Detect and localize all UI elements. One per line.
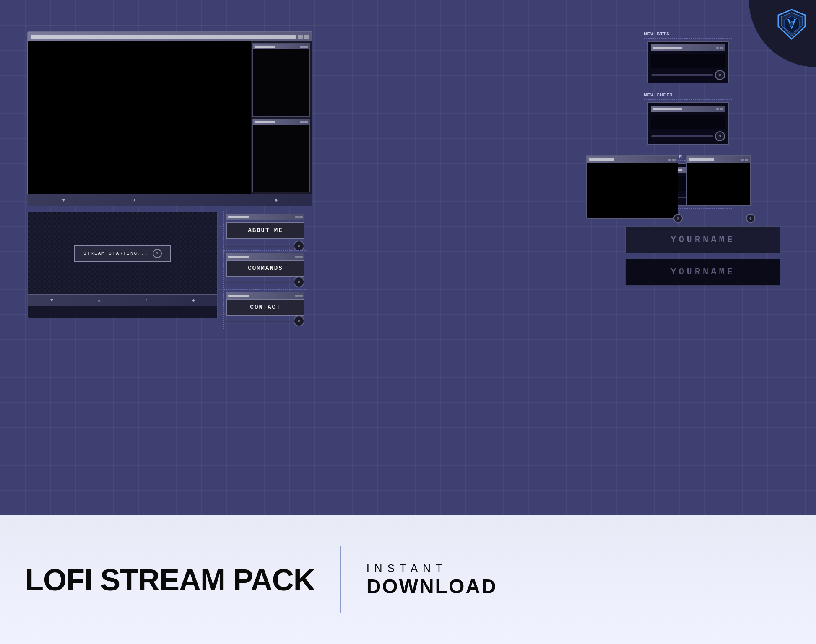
commands-dashed: COMMANDS ⚙ (223, 250, 307, 290)
overlay-panel: STREAM STARTING... ⚙ ♥ ★ ↑ ◆ (27, 212, 218, 318)
about-me-line (226, 246, 291, 247)
titlebar-controls (298, 35, 309, 39)
bottom-right: INSTANT DOWNLOAD (366, 562, 497, 598)
cam-content-large (587, 163, 678, 218)
cam-controls-large (668, 159, 676, 161)
side-mini-controls-2 (300, 121, 308, 123)
notif-titlebar-cheer (651, 106, 725, 112)
about-me-button[interactable]: ABOUT ME (226, 222, 304, 239)
page-title: LOFI STREAM PACK (25, 563, 315, 597)
commands-line (226, 282, 291, 283)
contact-titlebar (226, 292, 304, 299)
about-me-section: ABOUT ME ⚙ (223, 211, 307, 254)
side-mini-controls (300, 46, 308, 48)
notif-btn-3 (716, 108, 719, 110)
cam-titlebar-small (687, 156, 750, 163)
about-me-btn-2 (299, 216, 303, 218)
contact-line (226, 321, 291, 322)
contact-title-bar (228, 295, 249, 297)
side-mini-content-1 (253, 49, 309, 116)
cam-large-wrapper: ⚙ (586, 155, 678, 219)
commands-btn-2 (299, 256, 303, 258)
overlay-icon-star: ★ (98, 297, 101, 303)
stream-side-panels (251, 41, 312, 194)
about-me-controls (295, 216, 303, 218)
nameplate-1-text: YOURNAME (670, 235, 735, 245)
side-mini-btn-4 (304, 121, 308, 123)
cam-controls-small (741, 159, 748, 161)
cam-content-small (687, 163, 750, 205)
titlebar-bar (31, 35, 296, 39)
side-mini-titlebar-1 (253, 44, 309, 49)
commands-footer: ⚙ (226, 277, 304, 287)
notif-panel-cheer: NEW CHEER ⚙ (644, 93, 732, 147)
bottom-icon-heart: ♥ (62, 197, 65, 203)
cam-title-bar-small (689, 158, 714, 161)
bottom-icon-star: ★ (133, 197, 136, 203)
notif-dashed-cheer: ⚙ (644, 99, 732, 147)
stream-inner (28, 41, 312, 194)
about-me-dashed: ABOUT ME ⚙ (223, 211, 307, 254)
starting-gear-icon: ⚙ (153, 249, 162, 258)
main-background: ♥ ★ ↑ ◆ NEW BITS (0, 0, 816, 515)
nameplate-section: YOURNAME YOURNAME (625, 226, 780, 291)
side-mini-bar-2 (255, 121, 275, 123)
bottom-icon-up: ↑ (204, 197, 207, 203)
cam-btn-3 (741, 159, 744, 161)
about-me-btn-1 (295, 216, 299, 218)
notif-box-bits: ⚙ (647, 41, 729, 83)
notif-btn-4 (720, 108, 723, 110)
contact-button[interactable]: CONTACT (226, 299, 304, 316)
main-stream-panel: ♥ ★ ↑ ◆ (27, 31, 312, 195)
notif-gear-cheer: ⚙ (715, 131, 725, 141)
cam-gear-large: ⚙ (673, 214, 683, 223)
notif-title-bar-bits (653, 47, 682, 49)
stream-main-view (28, 41, 251, 194)
bottom-content: LOFI STREAM PACK INSTANT DOWNLOAD (0, 546, 816, 613)
overlay-icon-heart: ♥ (50, 297, 53, 303)
about-me-title-bar (228, 216, 249, 218)
notif-line-cheer (651, 135, 713, 137)
notif-content-cheer (651, 115, 725, 129)
commands-title-bar (228, 256, 249, 258)
cam-title-bar-large (589, 158, 614, 161)
cam-panel-small (686, 155, 751, 206)
commands-button[interactable]: COMMANDS (226, 260, 304, 277)
notif-btn-1 (716, 47, 719, 49)
main-panel-titlebar (28, 32, 312, 41)
side-panel-1 (252, 43, 310, 117)
stream-starting-box: STREAM STARTING... ⚙ (74, 245, 171, 262)
titlebar-btn-2 (304, 35, 309, 39)
notif-btn-2 (720, 47, 723, 49)
nameplate-1: YOURNAME (625, 226, 780, 253)
about-me-titlebar (226, 214, 304, 220)
commands-gear-icon: ⚙ (294, 277, 304, 287)
notif-label-cheer: NEW CHEER (644, 93, 732, 98)
overlay-icon-up: ↑ (145, 297, 148, 303)
notif-footer-cheer: ⚙ (651, 131, 725, 141)
notif-label-bits: NEW BITS (644, 31, 732, 36)
bottom-bar: LOFI STREAM PACK INSTANT DOWNLOAD (0, 515, 816, 644)
nameplate-2-text: YOURNAME (670, 267, 735, 277)
side-mini-bar (255, 46, 275, 48)
overlay-checker: STREAM STARTING... ⚙ (28, 212, 217, 294)
cam-btn-2 (672, 159, 676, 161)
commands-titlebar (226, 253, 304, 260)
side-panel-2 (252, 119, 310, 192)
download-text: DOWNLOAD (366, 575, 497, 598)
bottom-icon-diamond: ◆ (275, 197, 278, 203)
notif-gear-bits: ⚙ (715, 70, 725, 80)
overlay-bottom-bar: ♥ ★ ↑ ◆ (28, 294, 217, 306)
contact-btn-1 (295, 295, 299, 297)
cam-titlebar-large (587, 156, 678, 163)
notif-title-controls-cheer (716, 108, 723, 110)
contact-footer: ⚙ (226, 316, 304, 326)
titlebar-btn-1 (298, 35, 303, 39)
commands-btn-1 (295, 256, 299, 258)
notif-box-cheer: ⚙ (647, 102, 729, 145)
cam-btn-4 (745, 159, 748, 161)
notif-line-bits (651, 74, 713, 76)
stream-starting-text: STREAM STARTING... (83, 251, 148, 256)
side-mini-btn-1 (300, 46, 304, 48)
contact-btn-2 (299, 295, 303, 297)
